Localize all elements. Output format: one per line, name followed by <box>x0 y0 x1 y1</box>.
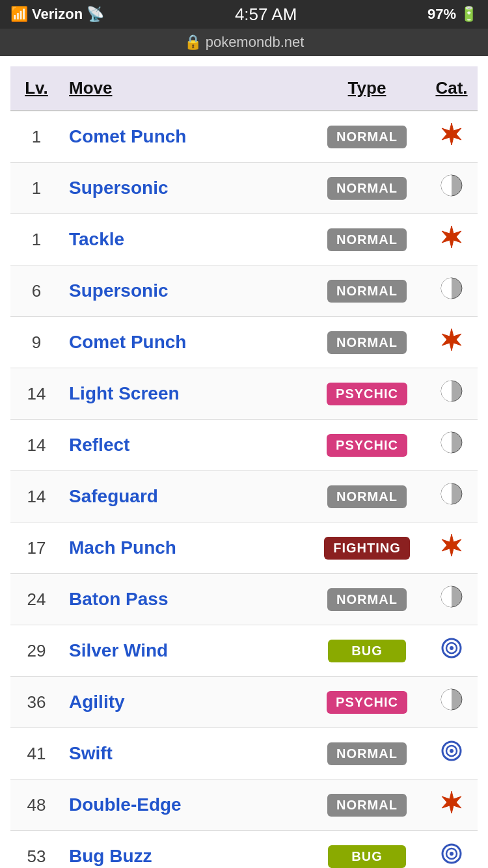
move-cell[interactable]: Reflect <box>62 420 308 471</box>
lv-cell: 29 <box>10 625 62 677</box>
type-badge: NORMAL <box>327 228 407 251</box>
move-cell[interactable]: Mach Punch <box>62 522 308 574</box>
move-cell[interactable]: Comet Punch <box>62 317 308 368</box>
battery-icon: 🔋 <box>460 6 478 23</box>
type-badge: BUG <box>328 640 406 662</box>
move-name[interactable]: Mach Punch <box>69 537 176 558</box>
lv-cell: 48 <box>10 780 62 831</box>
table-row: 53 Bug Buzz BUG <box>10 831 478 869</box>
lock-icon: 🔒 <box>184 34 202 51</box>
table-row: 48 Double-Edge NORMAL <box>10 780 478 831</box>
cat-cell <box>426 265 478 317</box>
move-name[interactable]: Baton Pass <box>69 589 169 609</box>
move-name[interactable]: Tackle <box>69 229 124 249</box>
move-name[interactable]: Supersonic <box>69 178 168 198</box>
table-row: 14 Reflect PSYCHIC <box>10 420 478 471</box>
move-cell[interactable]: Comet Punch <box>62 111 308 163</box>
type-cell: NORMAL <box>308 111 426 163</box>
type-cell: BUG <box>308 831 426 869</box>
cat-cell <box>426 420 478 471</box>
move-name[interactable]: Light Screen <box>69 383 180 403</box>
move-name[interactable]: Reflect <box>69 435 129 455</box>
lv-cell: 6 <box>10 265 62 317</box>
table-row: 1 Supersonic NORMAL <box>10 163 478 214</box>
type-cell: FIGHTING <box>308 522 426 574</box>
time-display: 4:57 AM <box>235 5 297 25</box>
lv-cell: 14 <box>10 471 62 522</box>
carrier-label: Verizon <box>32 6 83 23</box>
lv-cell: 17 <box>10 522 62 574</box>
move-cell[interactable]: Bug Buzz <box>62 831 308 869</box>
type-badge: NORMAL <box>327 177 407 200</box>
type-badge: NORMAL <box>327 742 407 765</box>
move-cell[interactable]: Light Screen <box>62 368 308 420</box>
type-badge: NORMAL <box>327 126 407 148</box>
type-cell: PSYCHIC <box>308 677 426 728</box>
type-badge: BUG <box>328 845 406 868</box>
type-badge: PSYCHIC <box>327 434 407 457</box>
table-row: 6 Supersonic NORMAL <box>10 265 478 317</box>
cat-cell <box>426 471 478 522</box>
cat-cell <box>426 780 478 831</box>
move-name[interactable]: Comet Punch <box>69 332 186 352</box>
type-cell: PSYCHIC <box>308 368 426 420</box>
type-badge: NORMAL <box>327 280 407 303</box>
type-cell: NORMAL <box>308 471 426 522</box>
svg-marker-8 <box>442 534 461 556</box>
type-cell: NORMAL <box>308 317 426 368</box>
svg-marker-0 <box>442 123 461 145</box>
lv-cell: 14 <box>10 420 62 471</box>
type-badge: FIGHTING <box>324 537 410 560</box>
cat-cell <box>426 831 478 869</box>
type-cell: NORMAL <box>308 728 426 780</box>
move-cell[interactable]: Supersonic <box>62 163 308 214</box>
cat-cell <box>426 574 478 625</box>
move-name[interactable]: Comet Punch <box>69 126 186 146</box>
url-display: pokemondb.net <box>206 34 305 51</box>
move-name[interactable]: Silver Wind <box>69 640 168 660</box>
move-cell[interactable]: Agility <box>62 677 308 728</box>
cat-cell <box>426 111 478 163</box>
svg-point-16 <box>450 749 454 753</box>
type-cell: NORMAL <box>308 780 426 831</box>
type-badge: NORMAL <box>327 485 407 508</box>
move-cell[interactable]: Tackle <box>62 214 308 265</box>
svg-marker-4 <box>442 329 461 351</box>
move-cell[interactable]: Safeguard <box>62 471 308 522</box>
url-bar[interactable]: 🔒 pokemondb.net <box>0 29 488 56</box>
lv-cell: 1 <box>10 163 62 214</box>
wifi-icon: 📡 <box>87 6 104 23</box>
status-left: 📶 Verizon 📡 <box>10 6 104 23</box>
status-bar: 📶 Verizon 📡 4:57 AM 97% 🔋 <box>0 0 488 29</box>
move-cell[interactable]: Baton Pass <box>62 574 308 625</box>
moves-table: Lv. Move Type Cat. 1 Comet Punch NORMAL … <box>10 66 478 868</box>
header-move: Move <box>62 66 308 111</box>
move-name[interactable]: Agility <box>69 692 125 712</box>
table-row: 29 Silver Wind BUG <box>10 625 478 677</box>
type-badge: NORMAL <box>327 588 407 611</box>
type-cell: PSYCHIC <box>308 420 426 471</box>
cat-cell <box>426 522 478 574</box>
cat-cell <box>426 163 478 214</box>
move-cell[interactable]: Double-Edge <box>62 780 308 831</box>
type-badge: NORMAL <box>327 331 407 354</box>
move-name[interactable]: Supersonic <box>69 280 168 301</box>
move-name[interactable]: Swift <box>69 743 113 763</box>
table-row: 1 Tackle NORMAL <box>10 214 478 265</box>
lv-cell: 1 <box>10 214 62 265</box>
move-cell[interactable]: Swift <box>62 728 308 780</box>
move-cell[interactable]: Silver Wind <box>62 625 308 677</box>
move-cell[interactable]: Supersonic <box>62 265 308 317</box>
cat-cell <box>426 368 478 420</box>
lv-cell: 53 <box>10 831 62 869</box>
move-name[interactable]: Safeguard <box>69 486 158 506</box>
move-name[interactable]: Double-Edge <box>69 794 182 815</box>
signal-icon: 📶 <box>10 6 28 23</box>
svg-marker-17 <box>442 791 461 813</box>
lv-cell: 14 <box>10 368 62 420</box>
lv-cell: 36 <box>10 677 62 728</box>
cat-cell <box>426 317 478 368</box>
table-row: 17 Mach Punch FIGHTING <box>10 522 478 574</box>
move-name[interactable]: Bug Buzz <box>69 846 152 866</box>
type-badge: PSYCHIC <box>327 383 407 405</box>
